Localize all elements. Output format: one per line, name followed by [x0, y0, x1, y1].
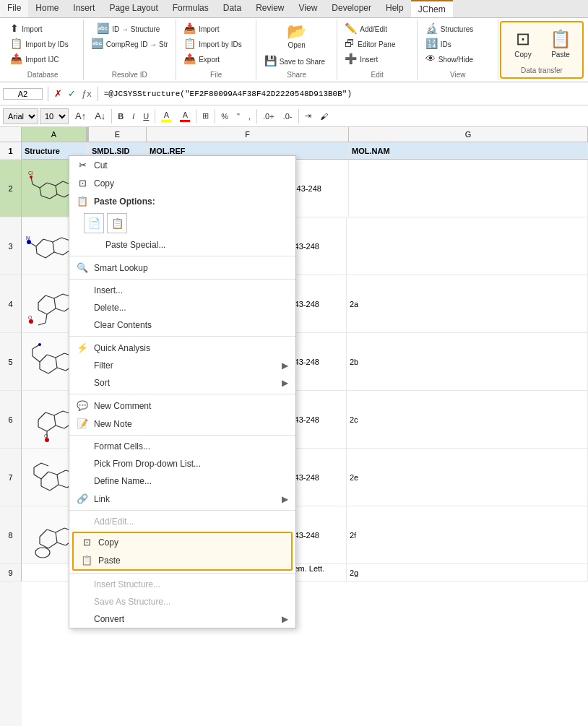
ribbon-copy-button[interactable]: ⊡ Copy [506, 25, 540, 62]
cell-reference-box[interactable] [3, 88, 43, 100]
svg-line-75 [34, 475, 41, 479]
tab-home[interactable]: Home [28, 0, 66, 17]
highlight-icon: A [164, 111, 169, 119]
tab-insert[interactable]: Insert [66, 0, 102, 17]
open-button[interactable]: 📂 Open [282, 21, 312, 52]
row-num-8[interactable]: 8 [0, 506, 22, 564]
add-edit-button[interactable]: ✏️ Add/Edit [341, 21, 413, 35]
cm-clear-contents[interactable]: Clear Contents [69, 316, 295, 334]
underline-button[interactable]: U [139, 110, 153, 123]
cm-quick-analysis[interactable]: ⚡ Quick Analysis [69, 339, 295, 357]
cell-g2[interactable] [349, 160, 588, 217]
cm-convert[interactable]: Convert ▶ [69, 610, 295, 628]
svg-line-36 [46, 314, 47, 323]
file-export-button[interactable]: 📤 Export [180, 51, 252, 66]
increase-font-button[interactable]: A↑ [71, 108, 90, 124]
file-import-ids-button[interactable]: 📋 Import by IDs [180, 36, 252, 51]
cm-smart-lookup[interactable]: 🔍 Smart Lookup [69, 259, 295, 277]
highlight-color-button[interactable]: A [157, 108, 176, 124]
cm-link[interactable]: 🔗 Link ▶ [69, 490, 295, 508]
import-ijc-button[interactable]: 📤 Import IJC [7, 51, 79, 66]
tab-help[interactable]: Help [379, 0, 411, 17]
compreg-to-str-button[interactable]: 🔤 CompReg ID → Str [87, 36, 172, 51]
cm-new-comment[interactable]: 💬 New Comment [69, 397, 295, 415]
tab-jchem[interactable]: JChem [411, 0, 453, 17]
editor-pane-button[interactable]: 🗗 Editor Pane [341, 36, 413, 51]
tab-view[interactable]: View [292, 0, 325, 17]
quotes-button[interactable]: " [233, 110, 244, 123]
row-num-9[interactable]: 9 [0, 564, 22, 582]
cell-g4[interactable]: 2a [347, 275, 588, 332]
convert-arrow: ▶ [282, 614, 288, 624]
show-hide-button[interactable]: 👁 Show/Hide [422, 51, 494, 66]
cm-paste-special[interactable]: Paste Special... [69, 236, 295, 254]
increase-decimal-button[interactable]: .0+ [259, 110, 279, 123]
insert-button[interactable]: ➕ Insert [341, 51, 413, 66]
import-by-ids-button[interactable]: 📋 Import by IDs [7, 36, 79, 51]
row-num-4[interactable]: 4 [0, 275, 22, 333]
row-num-5[interactable]: 5 [0, 333, 22, 391]
col-header-e[interactable]: E [89, 127, 147, 142]
percent-button[interactable]: % [217, 110, 233, 123]
cm-insert[interactable]: Insert... [69, 282, 295, 299]
col-header-f[interactable]: F [147, 127, 349, 142]
ribbon-paste-button[interactable]: 📋 Paste [543, 25, 578, 62]
cm-paste-highlighted[interactable]: 📋 Paste [74, 551, 291, 569]
confirm-formula-icon[interactable]: ✓ [65, 88, 79, 99]
cm-sort[interactable]: Sort ▶ [69, 374, 295, 392]
cm-copy-top[interactable]: ⊡ Copy [69, 174, 295, 192]
row-num-2[interactable]: 2 [0, 160, 22, 217]
tab-data[interactable]: Data [216, 0, 248, 17]
ids-button[interactable]: 🔢 IDs [422, 36, 494, 51]
cm-new-note[interactable]: 📝 New Note [69, 415, 295, 433]
tab-formulas[interactable]: Formulas [165, 0, 216, 17]
decrease-font-button[interactable]: A↓ [90, 108, 110, 124]
cm-format-cells[interactable]: Format Cells... [69, 438, 295, 455]
o2-label: O [44, 433, 48, 438]
cancel-formula-icon[interactable]: ✗ [51, 88, 65, 99]
structures-button[interactable]: 🔬 Structures [422, 21, 494, 35]
cm-pick-dropdown[interactable]: Pick From Drop-down List... [69, 455, 295, 472]
comma-button[interactable]: , [244, 110, 255, 123]
function-icon[interactable]: ƒx [79, 88, 95, 99]
decrease-decimal-button[interactable]: .0- [279, 110, 297, 123]
cell-g5[interactable]: 2b [347, 333, 588, 390]
cm-define-name[interactable]: Define Name... [69, 472, 295, 490]
row-num-3[interactable]: 3 [0, 217, 22, 275]
cell-g3[interactable] [347, 217, 588, 275]
paste-icon-1[interactable]: 📄 [84, 213, 104, 233]
tab-review[interactable]: Review [248, 0, 291, 17]
tab-page-layout[interactable]: Page Layout [102, 0, 165, 17]
bold-button[interactable]: B [113, 110, 128, 123]
cm-cut[interactable]: ✂ Cut [69, 156, 295, 174]
cm-filter[interactable]: Filter ▶ [69, 357, 295, 374]
row-num-6[interactable]: 6 [0, 391, 22, 449]
id-to-structure-button[interactable]: 🔤 ID → Structure [93, 21, 165, 35]
col-header-a[interactable]: A [22, 127, 87, 142]
cell-g8[interactable]: 2f [347, 506, 588, 563]
borders-button[interactable]: ⊞ [198, 109, 213, 123]
cell-g9[interactable]: 2g [347, 564, 588, 581]
col-header-g[interactable]: G [349, 127, 588, 142]
font-size-select[interactable]: 10 [40, 108, 69, 124]
file-import-button[interactable]: 📥 Import [180, 21, 252, 35]
paste-icon-2[interactable]: 📋 [107, 213, 127, 233]
paintbrush-button[interactable]: 🖌 [316, 110, 332, 123]
row-num-1[interactable]: 1 [0, 142, 22, 160]
row-num-7[interactable]: 7 [0, 449, 22, 506]
cm-copy-highlighted[interactable]: ⊡ Copy [74, 533, 291, 551]
compreg-icon: 🔤 [91, 38, 103, 48]
save-share-button[interactable]: 💾 Save to Share [261, 53, 333, 68]
font-color-button[interactable]: A [176, 108, 194, 124]
tab-file[interactable]: File [0, 0, 28, 17]
cell-g6[interactable]: 2c [347, 391, 588, 448]
indent-button[interactable]: ⇥ [301, 109, 316, 123]
formula-input[interactable] [101, 90, 585, 98]
cm-delete[interactable]: Delete... [69, 299, 295, 316]
svg-line-89 [57, 543, 66, 545]
cell-g7[interactable]: 2e [347, 449, 588, 506]
italic-button[interactable]: I [128, 110, 139, 123]
font-family-select[interactable]: Arial [3, 108, 38, 124]
tab-developer[interactable]: Developer [324, 0, 379, 17]
import-button[interactable]: ⬆ Import [7, 21, 79, 35]
